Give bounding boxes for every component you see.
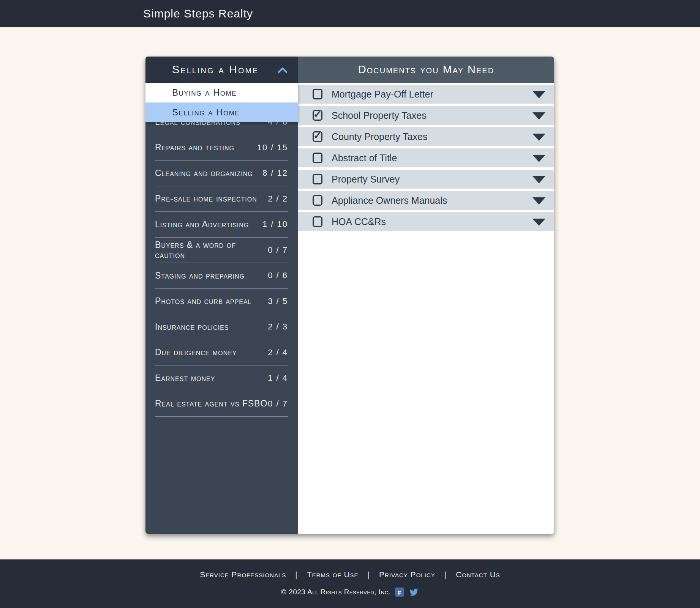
category-progress-count: 0 / 7 <box>268 245 288 255</box>
category-label: Photos and curb appeal <box>155 296 252 306</box>
facebook-icon[interactable] <box>395 588 404 597</box>
category-label: Real estate agent vs FSBO <box>155 399 267 409</box>
copyright-text: © 2023 All Rights Reserved, Inc. <box>281 588 390 596</box>
document-row[interactable]: School Property Taxes <box>298 106 554 125</box>
expand-caret-icon[interactable] <box>533 197 545 205</box>
expand-caret-icon[interactable] <box>533 176 545 183</box>
sidebar-category[interactable]: Insurance policies 2 / 3 <box>155 314 288 340</box>
sidebar-category[interactable]: Due diligence money 2 / 4 <box>155 340 288 366</box>
sidebar-category[interactable]: Real estate agent vs FSBO 0 / 7 <box>155 391 288 417</box>
category-label: Listing and Advertising <box>155 219 249 230</box>
footer-link-separator: | <box>295 570 297 579</box>
dropdown-option[interactable]: Selling a Home <box>145 102 298 122</box>
footer-link[interactable]: Contact Us <box>456 570 500 579</box>
category-progress-count: 1 / 10 <box>262 219 288 229</box>
sidebar-category[interactable]: Repairs and testing 10 / 15 <box>155 135 288 161</box>
dropdown-option-label: Buying a Home <box>172 87 237 98</box>
category-progress-count: 2 / 4 <box>268 348 288 358</box>
sidebar-category[interactable]: Pre-sale home inspection 2 / 2 <box>155 186 288 212</box>
footer-copyright-row: © 2023 All Rights Reserved, Inc. <box>0 588 700 597</box>
document-row[interactable]: Appliance Owners Manuals <box>298 191 554 210</box>
expand-caret-icon[interactable] <box>533 219 545 226</box>
category-progress-count: 3 / 5 <box>268 296 288 306</box>
document-label: School Property Taxes <box>332 110 427 121</box>
sidebar-category[interactable]: Photos and curb appeal 3 / 5 <box>155 289 288 315</box>
footer: Service Professionals|Terms of Use|Priva… <box>0 559 700 608</box>
category-progress-count: 2 / 3 <box>268 322 288 332</box>
document-label: County Property Taxes <box>332 131 427 142</box>
chevron-up-icon <box>278 67 288 73</box>
category-progress-count: 0 / 6 <box>268 271 288 280</box>
document-label: Mortgage Pay-Off Letter <box>332 89 433 100</box>
expand-caret-icon[interactable] <box>533 134 545 141</box>
document-checkbox[interactable] <box>313 131 322 142</box>
document-checkbox[interactable] <box>313 89 322 99</box>
category-label: Earnest money <box>155 373 215 383</box>
sidebar-category[interactable]: Staging and preparing 0 / 6 <box>155 263 288 289</box>
twitter-icon[interactable] <box>409 588 419 597</box>
site-title: Simple Steps Realty <box>143 0 253 27</box>
sidebar: Selling a Home Legal considerations 4 / … <box>145 57 298 534</box>
category-progress-count: 10 / 15 <box>257 143 288 153</box>
document-checkbox[interactable] <box>313 195 322 206</box>
section-dropdown-toggle[interactable]: Selling a Home <box>145 57 298 83</box>
footer-link[interactable]: Terms of Use <box>307 570 359 579</box>
footer-links: Service Professionals|Terms of Use|Priva… <box>0 570 700 579</box>
documents-panel: Documents you May Need Mortgage Pay-Off … <box>298 57 554 534</box>
expand-caret-icon[interactable] <box>533 155 545 162</box>
footer-link[interactable]: Service Professionals <box>200 570 286 579</box>
document-row[interactable]: Mortgage Pay-Off Letter <box>298 85 554 104</box>
sidebar-title: Selling a Home <box>172 63 259 76</box>
category-label: Staging and preparing <box>155 271 245 281</box>
sidebar-category[interactable]: Cleaning and organizing 8 / 12 <box>155 161 288 186</box>
sidebar-category-list: Legal considerations 4 / 8 Repairs and t… <box>145 83 298 417</box>
sidebar-dropdown: Buying a Home Selling a Home <box>145 83 298 122</box>
category-label: Cleaning and organizing <box>155 168 253 178</box>
document-checkbox[interactable] <box>313 216 322 227</box>
category-label: Repairs and testing <box>155 142 234 153</box>
sidebar-category[interactable]: Listing and Advertising 1 / 10 <box>155 212 288 238</box>
category-progress-count: 0 / 7 <box>268 399 288 409</box>
sidebar-category[interactable]: Buyers & a word of caution 0 / 7 <box>155 238 288 263</box>
document-checkbox[interactable] <box>313 174 322 184</box>
category-label: Pre-sale home inspection <box>155 194 257 204</box>
page: Simple Steps Realty G <box>0 0 700 608</box>
document-row[interactable]: Abstract of Title <box>298 148 554 167</box>
document-row[interactable]: HOA CC&Rs <box>298 212 554 231</box>
top-navigation-bar: Simple Steps Realty G <box>0 0 700 27</box>
document-label: Property Survey <box>332 174 400 185</box>
expand-caret-icon[interactable] <box>533 91 545 98</box>
document-row[interactable]: Property Survey <box>298 170 554 189</box>
dropdown-option-label: Selling a Home <box>172 107 240 118</box>
footer-link-separator: | <box>444 570 447 579</box>
dropdown-option[interactable]: Buying a Home <box>145 83 298 102</box>
category-label: Due diligence money <box>155 347 237 358</box>
document-checkbox[interactable] <box>313 153 322 163</box>
footer-link-separator: | <box>368 570 370 579</box>
document-label: HOA CC&Rs <box>332 216 386 227</box>
category-progress-count: 2 / 2 <box>268 194 288 204</box>
document-label: Appliance Owners Manuals <box>332 195 447 206</box>
category-label: Buyers & a word of caution <box>155 240 268 260</box>
expand-caret-icon[interactable] <box>533 112 545 120</box>
document-row[interactable]: County Property Taxes <box>298 127 554 146</box>
document-checkbox[interactable] <box>313 110 322 121</box>
document-list: Mortgage Pay-Off Letter School Property … <box>298 85 554 231</box>
footer-link[interactable]: Privacy Policy <box>379 570 435 579</box>
category-progress-count: 1 / 4 <box>268 373 288 383</box>
category-progress-count: 8 / 12 <box>262 168 288 178</box>
category-label: Insurance policies <box>155 322 229 332</box>
documents-panel-title: Documents you May Need <box>298 57 554 83</box>
document-label: Abstract of Title <box>332 153 397 164</box>
sidebar-category[interactable]: Earnest money 1 / 4 <box>155 365 288 391</box>
content-card: Selling a Home Legal considerations 4 / … <box>145 57 554 534</box>
